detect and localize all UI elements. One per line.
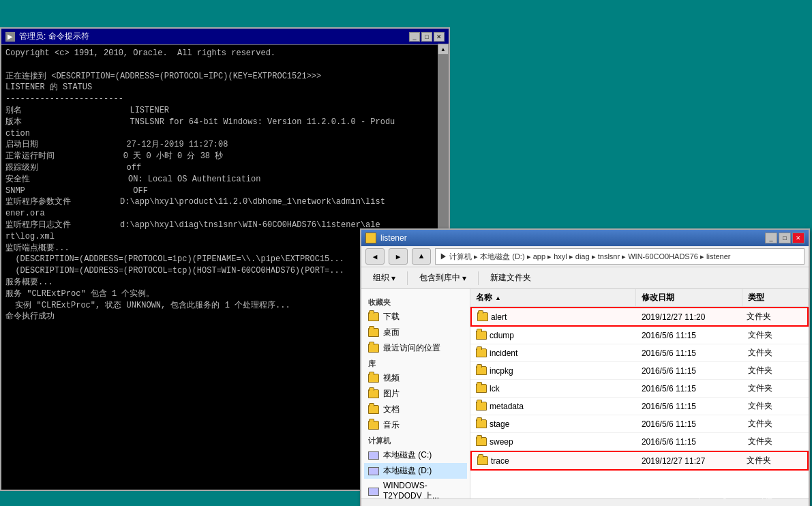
file-row[interactable]: cdump2016/5/6 11:15文件夹 xyxy=(470,327,809,344)
file-name-cell: trace xyxy=(472,454,636,468)
file-row[interactable]: lck2016/5/6 11:15文件夹 xyxy=(470,380,809,398)
col-header-name[interactable]: 名称 ▲ xyxy=(470,289,636,306)
file-type: 文件夹 xyxy=(741,309,807,325)
file-name-cell: lck xyxy=(470,382,636,396)
sidebar-pictures-label: 图片 xyxy=(383,388,400,400)
sidebar-item-drive-d[interactable]: 本地磁盘 (D:) xyxy=(364,463,467,479)
file-name: lck xyxy=(490,384,500,393)
file-row[interactable]: metadata2016/5/6 11:15文件夹 xyxy=(470,398,809,415)
file-date: 2016/5/6 11:15 xyxy=(636,382,742,396)
sidebar-music-label: 音乐 xyxy=(383,419,400,431)
file-date: 2016/5/6 11:15 xyxy=(636,329,742,342)
file-name-cell: alert xyxy=(472,310,636,324)
file-type: 文件夹 xyxy=(742,416,809,432)
explorer-titlebar: listener _ □ ✕ xyxy=(361,230,809,246)
drive-d-icon xyxy=(368,467,379,475)
forward-button[interactable]: ▶ xyxy=(389,248,408,265)
sidebar-desktop-label: 桌面 xyxy=(383,327,400,338)
col-header-type[interactable]: 类型 xyxy=(742,289,809,306)
file-name-cell: stage xyxy=(470,417,636,431)
explorer-maximize-button[interactable]: □ xyxy=(779,233,791,243)
cmd-minimize-button[interactable]: _ xyxy=(409,32,420,42)
cmd-maximize-button[interactable]: □ xyxy=(421,32,432,42)
path-text: ▶ 计算机 ▸ 本地磁盘 (D:) ▸ app ▸ hxyl ▸ diag ▸ … xyxy=(440,252,731,262)
file-type: 文件夹 xyxy=(742,345,809,361)
favorites-header: 收藏夹 xyxy=(364,295,467,309)
watermark: https://blog.csdn.net/qq_41142322 xyxy=(690,491,805,499)
folder-icon xyxy=(476,366,487,375)
explorer-filelist: 名称 ▲ 修改日期 类型 alert2019/12/27 11:20文件夹cdu… xyxy=(470,289,809,498)
explorer-minimize-button[interactable]: _ xyxy=(765,233,777,243)
folder-icon xyxy=(476,384,487,393)
include-library-button[interactable]: 包含到库中 ▾ xyxy=(413,269,472,286)
folder-icon xyxy=(477,312,488,321)
explorer-toolbar: 组织 ▾ 包含到库中 ▾ 新建文件夹 xyxy=(361,267,809,289)
file-type: 文件夹 xyxy=(742,381,809,396)
filelist-header: 名称 ▲ 修改日期 类型 xyxy=(470,289,809,307)
explorer-statusbar xyxy=(361,498,809,506)
file-row[interactable]: trace2019/12/27 11:27文件夹 xyxy=(470,451,809,471)
file-date: 2016/5/6 11:15 xyxy=(636,400,742,413)
file-row[interactable]: incident2016/5/6 11:15文件夹 xyxy=(470,344,809,362)
sidebar-item-network-drive[interactable]: WINDOWS-T2YDODV 上... xyxy=(364,479,467,498)
back-button[interactable]: ◀ xyxy=(365,248,385,265)
sort-icon: ▲ xyxy=(495,295,501,301)
sidebar-item-drive-c[interactable]: 本地磁盘 (C:) xyxy=(364,447,467,463)
scroll-up-arrow[interactable]: ▲ xyxy=(438,44,449,55)
col-header-date[interactable]: 修改日期 xyxy=(636,289,742,306)
organize-button[interactable]: 组织 ▾ xyxy=(367,269,402,286)
address-path[interactable]: ▶ 计算机 ▸ 本地磁盘 (D:) ▸ app ▸ hxyl ▸ diag ▸ … xyxy=(435,248,805,265)
sidebar-item-download[interactable]: 下载 xyxy=(364,309,467,325)
new-folder-button[interactable]: 新建文件夹 xyxy=(484,269,537,286)
sidebar-item-video[interactable]: 视频 xyxy=(364,370,467,386)
file-rows-container: alert2019/12/27 11:20文件夹cdump2016/5/6 11… xyxy=(470,307,809,471)
file-name: alert xyxy=(491,312,507,322)
file-name: sweep xyxy=(490,437,513,447)
explorer-window: listener _ □ ✕ ◀ ▶ ▲ ▶ 计算机 ▸ 本地磁盘 (D:) ▸… xyxy=(360,228,810,506)
sidebar-documents-label: 文档 xyxy=(383,404,400,415)
file-date: 2019/12/27 11:27 xyxy=(636,454,741,468)
sidebar-item-documents[interactable]: 文档 xyxy=(364,402,467,417)
up-button[interactable]: ▲ xyxy=(412,248,431,265)
sidebar-item-desktop[interactable]: 桌面 xyxy=(364,325,467,340)
file-row[interactable]: incpkg2016/5/6 11:15文件夹 xyxy=(470,362,809,380)
explorer-window-controls: _ □ ✕ xyxy=(765,233,805,243)
file-date: 2016/5/6 11:15 xyxy=(636,364,742,378)
sidebar-drive-d-label: 本地磁盘 (D:) xyxy=(383,465,432,477)
toolbar-separator-2 xyxy=(478,271,479,285)
explorer-close-button[interactable]: ✕ xyxy=(792,233,805,243)
file-type: 文件夹 xyxy=(742,363,809,378)
desktop-folder-icon xyxy=(368,328,379,337)
file-name: metadata xyxy=(490,402,524,411)
sidebar-item-pictures[interactable]: 图片 xyxy=(364,386,467,402)
cmd-title: 管理员: 命令提示符 xyxy=(19,31,89,42)
folder-icon xyxy=(476,437,487,446)
cmd-close-button[interactable]: ✕ xyxy=(434,32,445,42)
file-type: 文件夹 xyxy=(742,327,809,343)
explorer-sidebar: 收藏夹 下载 桌面 最近访问的位置 库 视频 图片 xyxy=(361,289,470,498)
sidebar-download-label: 下载 xyxy=(383,311,400,323)
sidebar-item-recent[interactable]: 最近访问的位置 xyxy=(364,340,467,356)
file-row[interactable]: alert2019/12/27 11:20文件夹 xyxy=(470,307,809,327)
folder-icon xyxy=(477,456,488,465)
sidebar-item-music[interactable]: 音乐 xyxy=(364,417,467,433)
cmd-window-controls: _ □ ✕ xyxy=(409,32,445,42)
file-date: 2016/5/6 11:15 xyxy=(636,346,742,360)
computer-header: 计算机 xyxy=(364,433,467,447)
file-name-cell: metadata xyxy=(470,400,636,413)
music-folder-icon xyxy=(368,421,379,430)
file-type: 文件夹 xyxy=(741,453,807,468)
file-row[interactable]: stage2016/5/6 11:15文件夹 xyxy=(470,415,809,433)
explorer-titlebar-left: listener xyxy=(365,233,407,243)
file-row[interactable]: sweep2016/5/6 11:15文件夹 xyxy=(470,433,809,451)
file-name-cell: cdump xyxy=(470,329,636,342)
folder-icon xyxy=(476,331,487,340)
file-name: trace xyxy=(491,456,509,466)
folder-icon xyxy=(476,402,487,411)
watermark-text: https://blog.csdn.net/qq_41142322 xyxy=(690,491,805,499)
file-name: incident xyxy=(490,348,517,358)
documents-folder-icon xyxy=(368,405,379,414)
file-type: 文件夹 xyxy=(742,398,809,414)
file-type: 文件夹 xyxy=(742,434,809,449)
sidebar-network-drive-label: WINDOWS-T2YDODV 上... xyxy=(383,481,463,498)
